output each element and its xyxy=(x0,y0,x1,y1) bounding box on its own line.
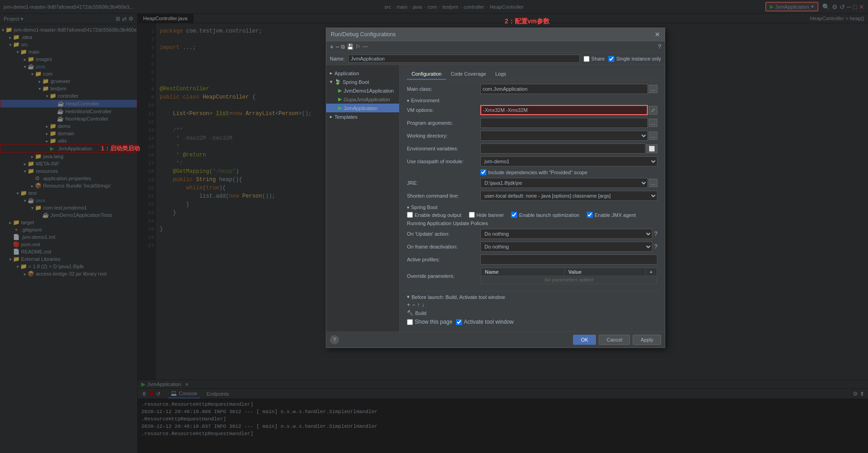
override-params-table-container: Name Value + No parameters added xyxy=(480,267,657,284)
save-config-button[interactable]: 💾 xyxy=(347,44,354,50)
activate-tool-label: Activate tool window xyxy=(464,319,514,325)
dialog-name-input[interactable] xyxy=(348,55,579,63)
main-class-input[interactable] xyxy=(480,84,648,94)
program-args-row: Program arguments: ... xyxy=(407,118,657,128)
dialog-config-panel: Configuration Code Coverage Logs Main cl… xyxy=(400,65,665,331)
program-args-label: Program arguments: xyxy=(407,120,480,126)
hide-banner-item: Hide banner xyxy=(469,212,504,218)
dialog-tree-label-jvmapp: JvmApplication xyxy=(344,105,378,111)
dialog-tree-label-gupajvmapp: GupaJvmApplication xyxy=(344,97,390,102)
spring-boot-section-header: Spring Boot xyxy=(407,204,657,210)
jre-browse-button[interactable]: ... xyxy=(649,179,657,187)
dialog-tree-gupajvmapp[interactable]: ▶ GupaJvmApplication xyxy=(326,95,399,104)
before-launch-section: ▾ Before launch: Build, Activate tool wi… xyxy=(403,291,661,328)
tab-logs[interactable]: Logs xyxy=(491,69,511,80)
config-content: Main class: ... Environment VM options: … xyxy=(403,80,661,291)
active-profiles-label: Active profiles: xyxy=(407,257,480,262)
working-dir-select[interactable] xyxy=(480,131,648,141)
activate-tool-item: Activate tool window xyxy=(456,319,514,325)
vm-options-input[interactable] xyxy=(480,105,648,115)
dialog-tree-templates[interactable]: ▸ Templates xyxy=(326,112,399,121)
running-update-header: Running Application Update Policies xyxy=(407,221,657,226)
program-args-input[interactable] xyxy=(480,118,648,128)
jre-label: JRE: xyxy=(407,180,480,186)
vm-options-label: VM options: xyxy=(407,107,480,113)
before-launch-remove-button[interactable]: − xyxy=(412,302,415,308)
tab-configuration[interactable]: Configuration xyxy=(407,69,446,80)
on-frame-select[interactable]: Do nothing xyxy=(480,242,652,252)
dialog-tree-label-jvmdemo1app: JvmDemo1Application xyxy=(344,88,394,94)
on-frame-help-icon[interactable]: ? xyxy=(654,243,657,250)
enable-jmx-item: Enable JMX agent xyxy=(587,212,636,218)
override-placeholder-row: No parameters added xyxy=(481,276,657,284)
shorten-cmd-label: Shorten command line: xyxy=(407,193,480,199)
spring-boot-icon: 🍃 xyxy=(334,79,341,85)
enable-launch-checkbox[interactable] xyxy=(511,212,517,218)
before-launch-build-item: 🔨 Build xyxy=(407,310,657,316)
dialog-ok-button[interactable]: OK xyxy=(573,335,596,345)
on-frame-row: On frame deactivation: Do nothing ? xyxy=(407,242,657,252)
hide-banner-checkbox[interactable] xyxy=(469,212,475,218)
share-checkbox-row: Share xyxy=(584,56,605,62)
before-launch-up-button[interactable]: ↑ xyxy=(417,302,420,308)
dialog-tree-application[interactable]: ▸ Application xyxy=(326,69,399,77)
hide-banner-label: Hide banner xyxy=(477,212,504,218)
before-launch-arrow: ▾ xyxy=(407,294,410,300)
dialog-body: ▸ Application ▾ 🍃 Spring Boot ▶ JvmDemo1… xyxy=(326,65,665,331)
tab-code-coverage[interactable]: Code Coverage xyxy=(446,69,490,80)
jvmdemo1app-run-icon: ▶ xyxy=(338,88,342,94)
on-update-help-icon[interactable]: ? xyxy=(654,231,657,237)
remove-config-button[interactable]: − xyxy=(335,43,339,50)
env-vars-input[interactable] xyxy=(480,144,645,154)
dialog-cancel-button[interactable]: Cancel xyxy=(599,335,630,345)
working-dir-browse-button[interactable]: ... xyxy=(649,132,657,140)
show-page-checkbox[interactable] xyxy=(407,319,413,325)
enable-debug-checkbox[interactable] xyxy=(407,212,413,218)
dialog-close-button[interactable]: ✕ xyxy=(655,31,660,38)
activate-tool-checkbox[interactable] xyxy=(456,319,462,325)
dialog-apply-button[interactable]: Apply xyxy=(633,335,661,345)
vm-options-expand-button[interactable]: ⤢ xyxy=(649,106,657,115)
before-launch-down-button[interactable]: ↓ xyxy=(422,302,424,308)
classpath-label: Use classpath of module: xyxy=(407,159,480,164)
config-help-icon[interactable]: ? xyxy=(658,44,661,50)
before-launch-label: Before launch: Build, Activate tool wind… xyxy=(412,294,505,300)
override-placeholder-text: No parameters added xyxy=(481,276,657,284)
dialog-tree-label-templates: Templates xyxy=(334,114,357,120)
add-config-button[interactable]: + xyxy=(330,43,334,50)
override-params-table: Name Value + No parameters added xyxy=(481,268,657,284)
dialog-tree-label-springboot: Spring Boot xyxy=(343,79,369,85)
shorten-cmd-select[interactable]: user-local default: none - java [options… xyxy=(480,191,657,201)
env-vars-browse-button[interactable]: ⬜ xyxy=(646,144,657,153)
dialog-tree-label-application: Application xyxy=(334,71,359,76)
dialog-tree-jvmdemo1app[interactable]: ▶ JvmDemo1Application xyxy=(326,86,399,95)
more-config-button[interactable]: ⋯ xyxy=(362,44,368,50)
main-class-browse-button[interactable]: ... xyxy=(649,85,657,93)
single-instance-checkbox[interactable] xyxy=(608,56,614,62)
program-args-browse-button[interactable]: ... xyxy=(649,119,657,127)
jre-select[interactable]: D:\java1.8\jdk\jre xyxy=(480,178,648,188)
active-profiles-input[interactable] xyxy=(480,254,657,265)
enable-jmx-checkbox[interactable] xyxy=(587,212,593,218)
dialog-help-button[interactable]: ? xyxy=(330,335,339,344)
classpath-row: Use classpath of module: jvm-demo1 xyxy=(407,156,657,166)
show-page-item: Show this page xyxy=(407,319,452,325)
on-update-label: On 'Update' action: xyxy=(407,231,480,237)
working-dir-row: Working directory: ... xyxy=(407,131,657,141)
dialog-tree-jvmapp[interactable]: ▶ JvmApplication xyxy=(326,104,399,112)
environment-section-header: Environment xyxy=(407,98,657,103)
override-value-header: Value xyxy=(564,268,645,276)
before-launch-add-button[interactable]: + xyxy=(407,302,410,308)
share-checkbox[interactable] xyxy=(584,56,590,62)
include-deps-checkbox[interactable] xyxy=(480,169,486,175)
on-update-select[interactable]: Do nothing xyxy=(480,229,652,239)
share-label: Share xyxy=(591,56,605,61)
classpath-select[interactable]: jvm-demo1 xyxy=(480,156,657,166)
spring-boot-checkboxes: Enable debug output Hide banner Enable l… xyxy=(407,212,657,218)
copy-config-button[interactable]: ⧉ xyxy=(341,44,345,50)
enable-debug-item: Enable debug output xyxy=(407,212,462,218)
single-instance-checkbox-row: Single instance only xyxy=(608,56,661,62)
dialog-tree-springboot[interactable]: ▾ 🍃 Spring Boot xyxy=(326,77,399,86)
show-page-label: Show this page xyxy=(415,319,452,325)
sort-config-button[interactable]: ⚐ xyxy=(356,44,361,50)
